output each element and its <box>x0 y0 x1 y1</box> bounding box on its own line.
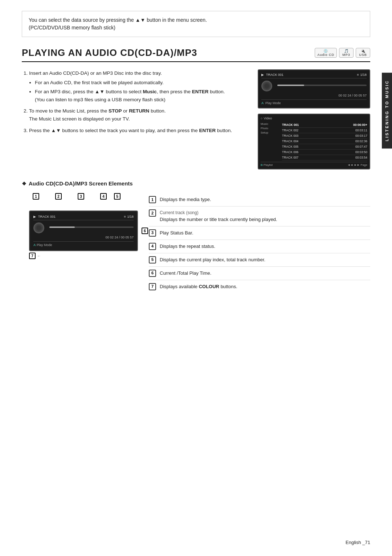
track-row-5: TRACK 005 00:07:47 <box>282 144 367 150</box>
annotated-screen-wrapper: ▶ TRACK 001 ≡ 1/18 <box>22 210 138 259</box>
ann-num-2: 2 <box>149 209 156 217</box>
icon-badge-usb: 🔌 USB <box>356 48 370 58</box>
screen-bottom-label: A Play Mode <box>261 99 367 105</box>
annotated-screen-container: 1 2 3 4 5 ▶ TRACK 001 <box>22 193 138 259</box>
icon-label-usb: USB <box>359 53 367 57</box>
ann-num-3: 3 <box>149 229 156 237</box>
ann-desc-2: Displays the number or title track curre… <box>160 216 370 223</box>
play-mode-label: Play Mode <box>265 101 281 105</box>
ann-disc-area <box>33 222 134 233</box>
ml-bottom: B Playlist ◄◄ ►► Page <box>261 162 367 167</box>
ann-num-5: 5 <box>149 256 156 263</box>
page-container: You can select the data source by pressi… <box>0 0 392 556</box>
disc-graphic <box>261 81 272 91</box>
label-6: 6 <box>142 228 148 234</box>
screen-icon-num: 1/18 <box>360 73 367 77</box>
annotation-row-7: 7 Displays available COLOUR buttons. <box>149 280 370 293</box>
track-time-5: 00:07:47 <box>355 145 367 148</box>
playlist-letter: B <box>261 163 263 167</box>
screen-elements-title-text: Audio CD(CD-DA)/MP3 Screen Elements <box>29 180 133 187</box>
track-name-5: TRACK 005 <box>282 145 298 148</box>
instructions-list: Insert an Audio CD(CD-DA) or an MP3 Disc… <box>22 69 247 134</box>
colour-bold: COLOUR <box>199 284 219 289</box>
main-content: Insert an Audio CD(CD-DA) or an MP3 Disc… <box>22 69 370 169</box>
ml-page-label: ◄◄ ►► Page <box>347 163 367 167</box>
ml-tracks: TRACK 001 00:06:00+ TRACK 002 00:03:11 T… <box>282 122 367 160</box>
ml-sidebar: Music Photo Setup <box>261 122 281 160</box>
intro-box: You can select the data source by pressi… <box>22 11 370 37</box>
track-name-1: TRACK 001 <box>282 123 299 127</box>
progress-bar-container <box>277 85 367 86</box>
label-3: 3 <box>78 193 84 200</box>
ann-progress-bar-container <box>49 226 134 228</box>
intro-line2: (PC/CD/DVD/USB memory flash stick) <box>29 24 363 32</box>
track-row-3: TRACK 003 00:03:17 <box>282 133 367 139</box>
track-row-6: TRACK 006 00:03:50 <box>282 150 367 155</box>
label-2: 2 <box>55 193 62 200</box>
menu-item-video: ○ Video <box>261 116 272 120</box>
ann-progress-bar-fill <box>49 226 75 228</box>
annotated-screen: ▶ TRACK 001 ≡ 1/18 <box>29 210 138 251</box>
icon-usb: 🔌 <box>361 49 366 53</box>
video-icon: ○ <box>261 116 262 120</box>
track-row-4: TRACK 004 00:02:36 <box>282 139 367 144</box>
sidebar-setup: Setup <box>261 131 281 134</box>
ann-top-right: ≡ 1/18 <box>124 215 134 218</box>
label-5: 5 <box>114 193 121 200</box>
annotation-row-1: 1 Displays the media type. <box>149 193 370 207</box>
instruction-1: Insert an Audio CD(CD-DA) or an MP3 Disc… <box>29 69 247 103</box>
ann-top-left: ▶ TRACK 001 <box>33 215 56 218</box>
ann-text-7: Displays available COLOUR buttons. <box>160 283 370 290</box>
track-row-1: TRACK 001 00:06:00+ <box>282 122 367 128</box>
ml-playlist-label: B Playlist <box>261 163 273 167</box>
label-4: 4 <box>100 193 107 200</box>
instruction-1-bullet-1: For an Audio CD, the first track will be… <box>35 79 247 87</box>
screen-time: 00 02 24 / 00 05 57 <box>261 94 367 97</box>
icon-label-audiocd: Audio CD <box>317 53 334 57</box>
play-state-icon: ▶ <box>261 73 264 77</box>
ann-text-5: Displays the current play index, total t… <box>160 256 370 263</box>
screen-progress-area <box>277 83 367 89</box>
ann-play-icon: ▶ <box>33 215 36 218</box>
ann-text-3: Play Status Bar. <box>160 229 370 237</box>
track-time-7: 00:03:54 <box>355 156 367 159</box>
side-tab-text: LISTENING TO MUSIC <box>385 80 389 141</box>
cd-player-screen: ▶ TRACK 001 ≡ 1/18 00 <box>258 69 370 109</box>
ann-repeat-icon: ≡ <box>124 215 126 218</box>
label-1: 1 <box>33 193 39 200</box>
menu-label-video: Video <box>264 116 272 120</box>
ann-progress-area <box>49 225 134 231</box>
ann-bottom-label: A Play Mode <box>33 241 134 247</box>
intro-line1: You can select the data source by pressi… <box>29 16 363 24</box>
instruction-1-bullets: For an Audio CD, the first track will be… <box>29 79 247 104</box>
music-list-screen: ○ Video Music Photo Setup TRACK 001 00:0… <box>258 114 370 169</box>
ml-menu-bar: ○ Video <box>261 116 367 120</box>
track-name-6: TRACK 006 <box>282 150 298 154</box>
annotation-row-3: 3 Play Status Bar. <box>149 226 370 240</box>
track-name-7: TRACK 007 <box>282 156 298 159</box>
annotation-row-6: 6 Current /Total Play Time. <box>149 267 370 280</box>
ann-play-mode-letter: A <box>33 243 36 247</box>
screen-elements-title: Audio CD(CD-DA)/MP3 Screen Elements <box>22 180 370 187</box>
label-6-wrapper: 6 <box>142 228 148 234</box>
ann-num-6: 6 <box>149 270 156 277</box>
track-row-2: TRACK 002 00:03:11 <box>282 128 367 133</box>
label-7: 7 <box>29 253 36 259</box>
screen-track-label: TRACK 001 <box>266 73 283 77</box>
screen-elements-section: Audio CD(CD-DA)/MP3 Screen Elements 1 2 … <box>22 180 370 293</box>
icon-badge-mp3: 🎵 MP3 <box>339 48 354 58</box>
track-time-2: 00:03:11 <box>355 128 367 132</box>
icon-mp3: 🎵 <box>344 49 349 53</box>
ann-text-2: Current track (song) Displays the number… <box>160 209 370 223</box>
page-footer-text: English _71 <box>346 540 370 545</box>
ann-icon-num: 1/18 <box>127 215 134 218</box>
screens-col: ▶ TRACK 001 ≡ 1/18 00 <box>258 69 370 169</box>
ann-text-6: Current /Total Play Time. <box>160 270 370 277</box>
ann-num-1: 1 <box>149 196 156 203</box>
track-time-6: 00:03:50 <box>355 150 367 154</box>
annotation-row-5: 5 Displays the current play index, total… <box>149 253 370 267</box>
ann-disc-graphic <box>33 222 44 233</box>
ann-header-2: Current track (song) <box>160 209 370 216</box>
progress-bar-fill <box>277 85 304 86</box>
screen-top-bar: ▶ TRACK 001 ≡ 1/18 <box>261 73 367 78</box>
